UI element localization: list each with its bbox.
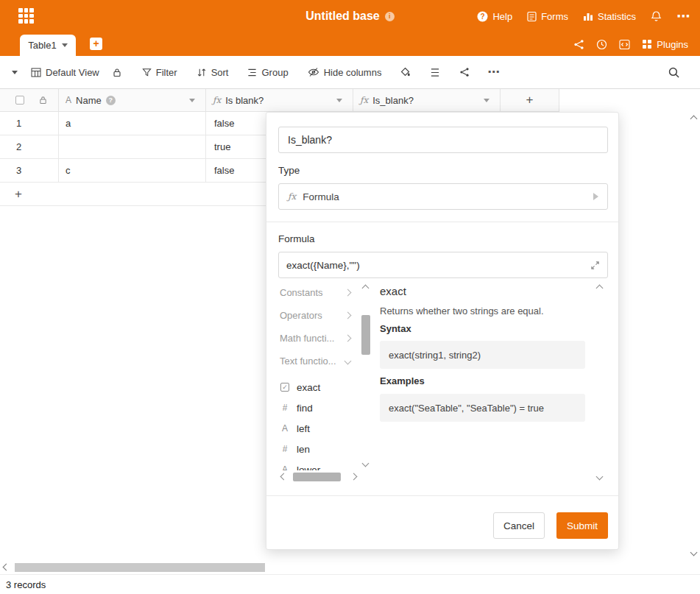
column-header-is_blank[interactable]: ƒx Is_blank? — [353, 89, 501, 112]
row-number-cell[interactable]: 1 — [0, 112, 59, 135]
scroll-up-icon[interactable] — [596, 285, 604, 292]
scroll-up-icon[interactable] — [690, 116, 698, 123]
filter-icon — [142, 68, 152, 77]
name-cell[interactable]: c — [59, 159, 206, 183]
api-button[interactable] — [619, 39, 630, 50]
name-cell[interactable]: a — [59, 112, 206, 135]
syntax-code: exact(string1, string2) — [380, 341, 585, 369]
cell-value: c — [66, 165, 71, 176]
page-vertical-scrollbar[interactable] — [688, 110, 700, 561]
chevron-down-icon[interactable] — [62, 43, 68, 47]
row-color-button[interactable] — [400, 67, 411, 77]
table-tab-bar: Table1 + Plugins — [0, 32, 700, 56]
function-list-scrollbar[interactable] — [359, 281, 372, 470]
info-icon[interactable]: i — [385, 12, 395, 21]
notifications-button[interactable] — [651, 10, 662, 22]
category-operators[interactable]: Operators — [278, 304, 359, 327]
formula-input[interactable] — [286, 260, 590, 271]
category-constants[interactable]: Constants — [278, 281, 359, 304]
page-horizontal-scrollbar[interactable] — [0, 561, 688, 574]
scroll-down-icon[interactable] — [690, 549, 698, 556]
add-column-button[interactable]: + — [501, 89, 559, 112]
submit-button[interactable]: Submit — [556, 512, 608, 539]
column-name-label: Is blank? — [225, 95, 264, 106]
lock-view-button[interactable] — [113, 68, 121, 77]
more-menu-button[interactable]: ⋯ — [676, 12, 690, 21]
scroll-left-icon[interactable] — [280, 473, 288, 481]
chevron-right-icon — [344, 289, 352, 297]
scroll-up-icon[interactable] — [362, 285, 370, 292]
statistics-button[interactable]: Statistics — [583, 11, 636, 22]
toolbar-more-button[interactable]: ⋯ — [487, 68, 499, 77]
tab-table1[interactable]: Table1 — [20, 35, 76, 56]
statistics-icon — [583, 11, 593, 21]
scrollbar-thumb[interactable] — [361, 315, 370, 355]
freeze-lock-icon[interactable] — [39, 96, 47, 105]
group-icon — [247, 68, 257, 77]
row-number: 1 — [16, 118, 21, 129]
scroll-left-icon[interactable] — [3, 564, 10, 571]
function-item-left[interactable]: A left — [278, 418, 359, 439]
category-text-functions[interactable]: Text functio... — [278, 350, 359, 372]
filter-button[interactable]: Filter — [142, 67, 177, 78]
function-item-exact[interactable]: ✓ exact — [278, 377, 359, 397]
help-button[interactable]: ? Help — [477, 11, 512, 22]
scroll-down-icon[interactable] — [596, 473, 604, 481]
column-name-input[interactable] — [278, 127, 608, 153]
paint-bucket-icon — [400, 67, 411, 77]
history-button[interactable] — [596, 39, 607, 50]
function-doc-panel: exact Returns whether two strings are eq… — [374, 281, 593, 484]
add-table-button[interactable]: + — [90, 38, 102, 50]
doc-panel-scrollbar[interactable] — [593, 281, 607, 484]
share-view-button[interactable] — [459, 67, 470, 77]
search-button[interactable] — [668, 66, 680, 79]
column-dropdown-icon[interactable] — [189, 99, 195, 102]
scrollbar-thumb[interactable] — [293, 473, 341, 481]
category-label: Text functio... — [280, 356, 336, 367]
status-bar: 3 records — [0, 574, 700, 594]
page-title: Untitled base — [305, 10, 379, 23]
name-cell[interactable] — [59, 135, 206, 159]
scroll-down-icon[interactable] — [362, 460, 370, 467]
text-icon: A — [280, 423, 290, 434]
function-item-lower[interactable]: A lower — [278, 459, 359, 470]
sort-icon — [197, 68, 207, 77]
select-all-checkbox[interactable] — [15, 96, 24, 105]
column-dropdown-icon[interactable] — [336, 99, 342, 102]
category-math-functions[interactable]: Math functi... — [278, 327, 359, 350]
hide-columns-button[interactable]: Hide columns — [308, 67, 382, 78]
hide-columns-label: Hide columns — [324, 67, 382, 78]
sort-button[interactable]: Sort — [197, 67, 229, 78]
category-label: Math functi... — [280, 333, 334, 344]
cancel-button[interactable]: Cancel — [493, 512, 545, 539]
function-category-list: Constants Operators Math functi... Text … — [278, 281, 359, 470]
group-button[interactable]: Group — [247, 67, 288, 78]
function-item-len[interactable]: # len — [278, 439, 359, 459]
syntax-heading: Syntax — [380, 323, 411, 334]
collapse-views-icon[interactable] — [12, 71, 18, 74]
scroll-right-icon[interactable] — [350, 473, 358, 481]
select-all-cell[interactable] — [0, 89, 59, 112]
chevron-right-icon — [344, 312, 352, 319]
plugins-button[interactable]: Plugins — [642, 39, 688, 50]
column-header-name[interactable]: A Name ? — [59, 89, 206, 112]
column-type-select[interactable]: ƒx Formula — [278, 183, 608, 210]
column-dropdown-icon[interactable] — [484, 99, 489, 102]
row-number-cell[interactable]: 3 — [0, 159, 59, 183]
edit-column-modal: Type ƒx Formula Formula Constants Operat… — [266, 112, 619, 550]
forms-button[interactable]: Forms — [527, 11, 568, 22]
row-number-cell[interactable]: 2 — [0, 135, 59, 159]
checkbox-icon: ✓ — [280, 383, 290, 392]
eye-slash-icon — [308, 67, 319, 77]
app-header: Untitled base i ? Help Forms Statistics … — [0, 0, 700, 32]
sort-label: Sort — [211, 67, 229, 78]
row-height-button[interactable] — [430, 68, 440, 77]
column-header-is-blank[interactable]: ƒx Is blank? — [206, 89, 353, 112]
function-item-find[interactable]: # find — [278, 397, 359, 418]
share-base-button[interactable] — [573, 39, 584, 50]
expand-icon[interactable] — [590, 261, 600, 270]
view-selector[interactable]: Default View — [31, 67, 99, 78]
column-help-icon[interactable]: ? — [106, 96, 116, 105]
scrollbar-thumb[interactable] — [15, 563, 265, 572]
function-list-hscrollbar[interactable] — [278, 470, 359, 484]
